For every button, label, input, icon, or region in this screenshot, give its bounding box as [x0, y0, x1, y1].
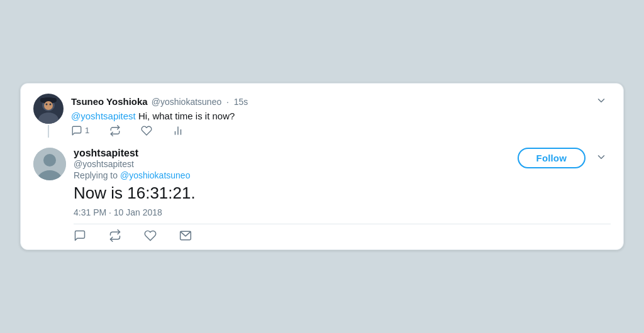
replying-to-label: Replying to @yoshiokatsuneo — [74, 170, 611, 180]
like-icon — [141, 125, 152, 136]
reply-header: yoshtsapitest @yoshtsapitest Follow — [74, 148, 611, 169]
mention-link[interactable]: @yoshtsapitest — [71, 111, 136, 121]
reply-like-action[interactable] — [144, 229, 157, 242]
original-tweet-header: Tsuneo Yoshioka @yoshiokatsuneo · 15s — [71, 94, 611, 109]
replying-to-handle[interactable]: @yoshiokatsuneo — [120, 170, 191, 180]
chart-action[interactable] — [172, 125, 184, 136]
original-tweet-text: @yoshtsapitest Hi, what time is it now? — [71, 111, 611, 121]
reply-handle: @yoshtsapitest — [74, 159, 138, 169]
original-handle-time: @yoshiokatsuneo · 15s — [152, 97, 248, 107]
tweet-card: Tsuneo Yoshioka @yoshiokatsuneo · 15s @y… — [20, 83, 624, 251]
reply-mail-action[interactable] — [179, 229, 192, 242]
chevron-down-icon — [596, 151, 607, 163]
reply-retweet-action[interactable] — [109, 229, 121, 242]
reply-reply-action[interactable] — [74, 229, 86, 242]
chart-icon — [172, 125, 184, 136]
like-action[interactable] — [141, 125, 152, 136]
original-display-name: Tsuneo Yoshioka — [71, 96, 148, 107]
svg-point-5 — [44, 101, 53, 110]
original-tweet-menu-button[interactable] — [592, 94, 611, 109]
like-icon — [144, 229, 157, 242]
svg-point-7 — [50, 103, 52, 105]
reply-tweet-content: yoshtsapitest @yoshtsapitest Follow Repl… — [74, 148, 611, 243]
reply-tweet-actions — [74, 224, 611, 242]
svg-point-12 — [43, 154, 56, 166]
chevron-down-icon — [596, 95, 607, 106]
original-tweet-actions: 1 — [71, 125, 611, 136]
reply-tweet-avatar — [33, 148, 66, 180]
reply-tweet-main-text: Now is 16:31:21. — [74, 183, 611, 204]
reply-display-name: yoshtsapitest — [74, 148, 138, 159]
mail-icon — [179, 229, 192, 242]
reply-count: 1 — [85, 126, 89, 135]
reply-icon — [74, 229, 86, 242]
reply-tweet-menu-button[interactable] — [592, 150, 611, 166]
follow-button[interactable]: Follow — [518, 148, 586, 168]
retweet-icon — [109, 229, 121, 242]
svg-point-6 — [46, 103, 48, 105]
original-tweet-content: Tsuneo Yoshioka @yoshiokatsuneo · 15s @y… — [71, 94, 611, 138]
reply-action[interactable]: 1 — [71, 125, 89, 136]
reply-tweet: yoshtsapitest @yoshtsapitest Follow Repl… — [33, 143, 611, 243]
original-tweet-avatar — [33, 94, 64, 124]
reply-icon — [71, 125, 82, 136]
retweet-action[interactable] — [109, 125, 121, 136]
retweet-icon — [109, 125, 121, 136]
tweet-timestamp: 4:31 PM · 10 Jan 2018 — [74, 207, 611, 217]
original-tweet: Tsuneo Yoshioka @yoshiokatsuneo · 15s @y… — [33, 94, 611, 143]
